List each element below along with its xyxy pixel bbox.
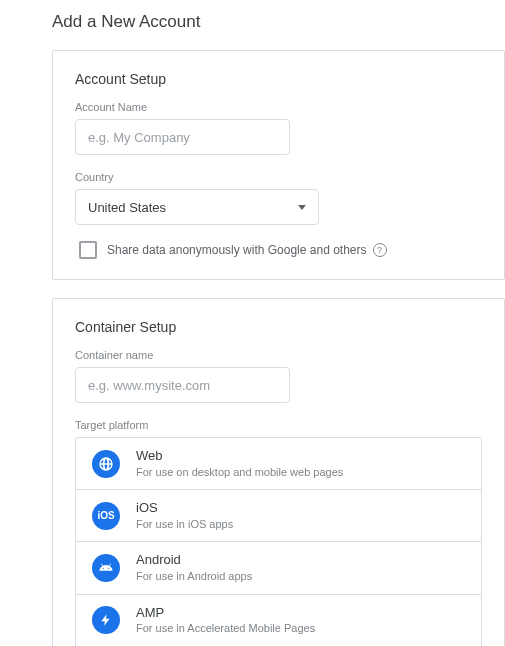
platform-item-ios[interactable]: iOS iOS For use in iOS apps [76, 490, 481, 542]
platform-desc: For use on desktop and mobile web pages [136, 465, 343, 479]
container-name-field: Container name [75, 349, 482, 403]
share-data-label-text: Share data anonymously with Google and o… [107, 243, 367, 257]
platform-item-amp[interactable]: AMP For use in Accelerated Mobile Pages [76, 595, 481, 646]
container-name-label: Container name [75, 349, 482, 361]
country-label: Country [75, 171, 482, 183]
target-platform-label: Target platform [75, 419, 482, 431]
platform-list: Web For use on desktop and mobile web pa… [75, 437, 482, 646]
share-data-label: Share data anonymously with Google and o… [107, 243, 387, 257]
page-title: Add a New Account [0, 0, 505, 50]
platform-desc: For use in Android apps [136, 569, 252, 583]
platform-name: iOS [136, 500, 233, 517]
account-name-label: Account Name [75, 101, 482, 113]
platform-name: AMP [136, 605, 315, 622]
globe-icon [92, 450, 120, 478]
platform-name: Web [136, 448, 343, 465]
help-icon[interactable]: ? [373, 243, 387, 257]
share-data-row: Share data anonymously with Google and o… [79, 241, 482, 259]
container-name-input[interactable] [75, 367, 290, 403]
container-setup-card: Container Setup Container name Target pl… [52, 298, 505, 646]
account-name-field: Account Name [75, 101, 482, 155]
account-setup-title: Account Setup [75, 71, 482, 87]
share-data-checkbox[interactable] [79, 241, 97, 259]
country-select[interactable]: United States [75, 189, 319, 225]
country-value: United States [88, 200, 166, 215]
bolt-icon [92, 606, 120, 634]
platform-name: Android [136, 552, 252, 569]
platform-item-android[interactable]: Android For use in Android apps [76, 542, 481, 594]
platform-desc: For use in iOS apps [136, 517, 233, 531]
platform-desc: For use in Accelerated Mobile Pages [136, 621, 315, 635]
chevron-down-icon [298, 205, 306, 210]
account-setup-card: Account Setup Account Name Country Unite… [52, 50, 505, 280]
container-setup-title: Container Setup [75, 319, 482, 335]
android-icon [92, 554, 120, 582]
ios-icon: iOS [92, 502, 120, 530]
country-field: Country United States [75, 171, 482, 225]
platform-item-web[interactable]: Web For use on desktop and mobile web pa… [76, 438, 481, 490]
account-name-input[interactable] [75, 119, 290, 155]
